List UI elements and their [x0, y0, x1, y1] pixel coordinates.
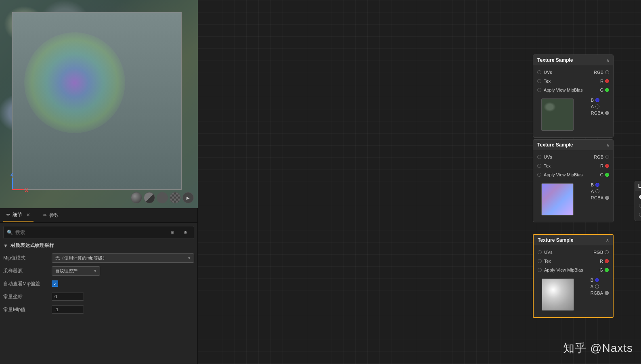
node-2-a-pin [595, 189, 599, 193]
cobble-preview [542, 99, 573, 130]
viewport: Z X ▶ [0, 0, 198, 208]
sphere-preview [542, 279, 574, 310]
collapse-icon: ▼ [3, 243, 8, 249]
node-1-b-pin [595, 98, 599, 102]
settings-button[interactable]: ⚙ [180, 228, 191, 237]
node-2-preview [541, 183, 574, 215]
const-coord-input[interactable] [52, 293, 84, 301]
tab-details[interactable]: ✏ 细节 ✕ [3, 209, 34, 222]
chevron-down-icon-2: ▾ [94, 268, 96, 274]
node-1-applyview-pin [537, 88, 541, 92]
pencil-icon-2: ✏ [43, 213, 47, 218]
lerp-header: Lerp ⌄ [635, 181, 641, 191]
viewport-toolbar: ▶ [131, 192, 194, 203]
node-1-uvs-pin [537, 70, 541, 74]
node-3-uvs-row: UVs RGB [534, 248, 613, 257]
node-1-rgb-right: RGB [594, 70, 609, 75]
mip-mode-text: 无（使用计算的mip等级） [55, 255, 107, 261]
node-3-preview [542, 278, 574, 311]
node-2-title: Texture Sample [537, 142, 573, 148]
mip-mode-value: 无（使用计算的mip等级） ▾ [52, 253, 194, 263]
tab-params[interactable]: ✏ 参数 [40, 209, 62, 221]
lerp-alpha-row: Alpha [635, 210, 641, 219]
search-icon: 🔍 [7, 230, 13, 235]
sampler-source-text: 自纹理资产 [55, 268, 78, 274]
section-header[interactable]: ▼ 材质表达式纹理采样 [3, 242, 194, 249]
sampler-source-value: 自纹理资产 ▾ [52, 266, 194, 276]
sampler-source-dropdown[interactable]: 自纹理资产 ▾ [52, 266, 100, 276]
sphere-button[interactable] [131, 192, 142, 203]
gizmo: Z X [8, 180, 28, 200]
mip-mode-label: Mip值模式 [3, 255, 52, 261]
lerp-b-pin [639, 204, 641, 208]
node-2-rgb-pin [605, 155, 609, 159]
node-1-tex-pin [537, 79, 541, 83]
bottom-panel: ✏ 细节 ✕ ✏ 参数 🔍 ⊞ ⚙ ▼ 材质表达式纹理采样 [0, 208, 197, 364]
auto-mip-value: ✓ [52, 280, 194, 287]
texture-sample-node-3[interactable]: Texture Sample ∧ UVs RGB [533, 234, 614, 318]
half-sphere-button[interactable] [144, 192, 155, 203]
panel-content: 🔍 ⊞ ⚙ ▼ 材质表达式纹理采样 Mip值模式 无（使用计算的mip等级） ▾ [0, 223, 197, 364]
lerp-a-row: A [635, 192, 641, 201]
gizmo-z-axis [12, 178, 13, 190]
property-const-mip: 常量Mip值 [3, 305, 194, 314]
search-bar: 🔍 ⊞ ⚙ [3, 226, 194, 239]
grid-view-button[interactable]: ⊞ [167, 228, 178, 237]
node-3-applyview-row: Apply View MipBias G [534, 266, 613, 274]
node-2-tex-row: Tex R [533, 161, 613, 170]
node-3-applyview-pin [538, 268, 542, 272]
arrow-button[interactable]: ▶ [182, 192, 194, 203]
rainbow-overlay [24, 32, 125, 133]
node-1-applyview-row: Apply View MipBias G [533, 86, 613, 94]
tab-details-label: 细节 [13, 211, 22, 218]
node-2-collapse[interactable]: ∧ [606, 143, 609, 147]
search-input[interactable] [15, 230, 165, 235]
node-3-collapse[interactable]: ∧ [606, 238, 609, 243]
node-1-g-pin [605, 88, 609, 92]
lerp-b-row: B [635, 201, 641, 210]
property-auto-mip: 自动查看Mip偏差 ✓ [3, 279, 194, 289]
node-editor[interactable]: Texture Sample ∧ UVs RGB [198, 0, 641, 364]
node-2-uvs-row: UVs RGB [533, 153, 613, 161]
node-3-rgba-pin [605, 291, 609, 295]
node-1-title: Texture Sample [537, 57, 573, 63]
gizmo-z-label: Z [10, 172, 13, 177]
checker-button[interactable] [170, 192, 181, 203]
texture-sample-node-1[interactable]: Texture Sample ∧ UVs RGB [533, 54, 614, 138]
node-1-collapse[interactable]: ∧ [606, 58, 609, 63]
node-2-header: Texture Sample ∧ [533, 140, 613, 150]
section-title: 材质表达式纹理采样 [10, 242, 54, 249]
node-1-g-right: G [600, 88, 609, 92]
node-3-a-pin [595, 285, 599, 289]
node-2-g-pin [605, 173, 609, 177]
node-2-uvs-pin [537, 155, 541, 159]
texture-sample-node-2[interactable]: Texture Sample ∧ UVs RGB [533, 139, 614, 222]
node-1-a-pin [595, 105, 599, 109]
node-1-applyview-left: Apply View MipBias [537, 88, 582, 92]
mip-mode-dropdown[interactable]: 无（使用计算的mip等级） ▾ [52, 253, 194, 263]
node-1-tex-left: Tex [537, 79, 551, 84]
gizmo-x-label: X [25, 188, 28, 192]
auto-mip-checkbox[interactable]: ✓ [52, 280, 58, 287]
lerp-body: A B Alpha [635, 191, 641, 221]
node-2-tex-pin [537, 164, 541, 168]
const-coord-label: 常量坐标 [3, 293, 52, 300]
connections-svg [198, 0, 319, 61]
node-3-r-pin [605, 259, 609, 263]
node-1-preview [541, 98, 574, 131]
node-3-body: UVs RGB Tex R [534, 245, 613, 317]
const-coord-value [52, 293, 194, 301]
node-2-r-pin [605, 164, 609, 168]
normal-preview [542, 184, 573, 215]
node-2-body: UVs RGB Tex R [533, 150, 613, 222]
node-1-r-right: R [600, 79, 609, 84]
node-2-b-pin [595, 183, 599, 187]
tab-close-details[interactable]: ✕ [26, 212, 30, 218]
const-mip-input[interactable] [52, 305, 84, 314]
node-2-applyview-pin [537, 173, 541, 177]
flat-button[interactable] [157, 192, 168, 203]
lerp-node[interactable]: Lerp ⌄ A B [635, 181, 641, 221]
node-3-g-pin [605, 268, 609, 272]
node-2-applyview-row: Apply View MipBias G [533, 170, 613, 179]
node-3-b-pin [595, 278, 599, 282]
